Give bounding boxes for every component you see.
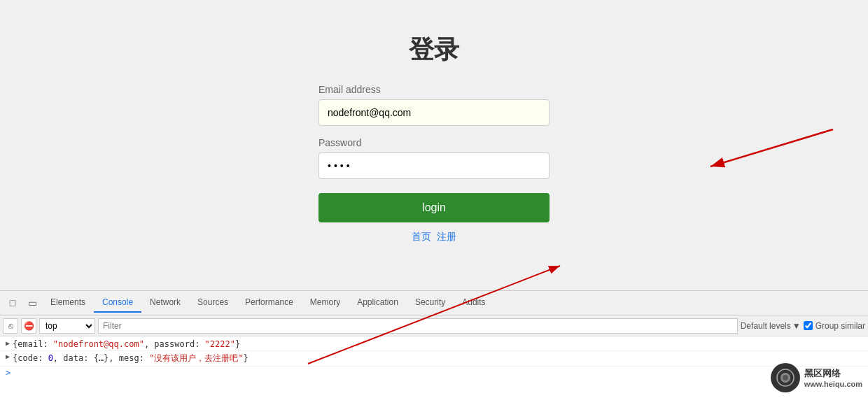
tab-console[interactable]: Console <box>94 293 141 313</box>
inspect-icon[interactable]: □ <box>6 296 20 310</box>
tab-security[interactable]: Security <box>407 293 454 313</box>
email-group: Email address <box>318 84 550 126</box>
console-cursor-line: > <box>0 367 868 379</box>
email-input[interactable] <box>318 99 550 126</box>
group-similar-checkbox[interactable] <box>804 321 813 330</box>
cursor-indicator: > <box>6 368 10 378</box>
tab-application[interactable]: Application <box>349 293 407 313</box>
console-line-2-text: {code: 0, data: {…}, mesg: "没有该用户，去注册吧"} <box>13 353 248 364</box>
expand-icon-1[interactable]: ▶ <box>6 339 10 347</box>
chevron-down-icon: ▼ <box>792 321 801 331</box>
console-line-1-text: {email: "nodefront@qq.com", password: "2… <box>13 339 240 349</box>
tab-sources[interactable]: Sources <box>189 293 237 313</box>
register-link[interactable]: 注册 <box>437 231 456 243</box>
devtools-toolbar: ⎋ ⛔ top Default levels ▼ Group similar <box>0 315 868 336</box>
login-container: 登录 Email address Password login 首页 注册 <box>318 33 550 243</box>
password-label: Password <box>318 137 550 148</box>
clear-console-button[interactable]: ⎋ <box>3 318 18 334</box>
expand-icon-2[interactable]: ▶ <box>6 353 10 360</box>
password-group: Password <box>318 137 550 179</box>
links-container: 首页 注册 <box>412 231 456 243</box>
tab-audits[interactable]: Audits <box>454 293 493 313</box>
context-select[interactable]: top <box>39 318 95 334</box>
page-title: 登录 <box>409 33 459 67</box>
tab-memory[interactable]: Memory <box>302 293 349 313</box>
home-link[interactable]: 首页 <box>412 231 431 243</box>
devtools-tabs-bar: □ ▭ Elements Console Network Sources Per… <box>0 291 868 315</box>
devtools-panel: □ ▭ Elements Console Network Sources Per… <box>0 290 868 398</box>
console-line-2[interactable]: ▶ {code: 0, data: {…}, mesg: "没有该用户，去注册吧… <box>0 351 868 367</box>
filter-input[interactable] <box>98 318 738 334</box>
device-icon[interactable]: ▭ <box>25 296 39 310</box>
tab-elements[interactable]: Elements <box>42 293 94 313</box>
group-similar-text: Group similar <box>816 321 865 331</box>
tab-network[interactable]: Network <box>141 293 189 313</box>
tab-performance[interactable]: Performance <box>237 293 302 313</box>
password-input[interactable] <box>318 152 550 179</box>
email-label: Email address <box>318 84 550 95</box>
console-line-1[interactable]: ▶ {email: "nodefront@qq.com", password: … <box>0 338 868 351</box>
console-output: ▶ {email: "nodefront@qq.com", password: … <box>0 336 868 398</box>
login-button[interactable]: login <box>318 193 550 222</box>
default-levels-label: Default levels <box>741 321 791 331</box>
group-similar-label: Group similar <box>804 321 865 331</box>
default-levels-dropdown[interactable]: Default levels ▼ <box>741 321 801 331</box>
stop-button[interactable]: ⛔ <box>21 318 36 334</box>
main-page: 登录 Email address Password login 首页 注册 <box>0 0 868 290</box>
